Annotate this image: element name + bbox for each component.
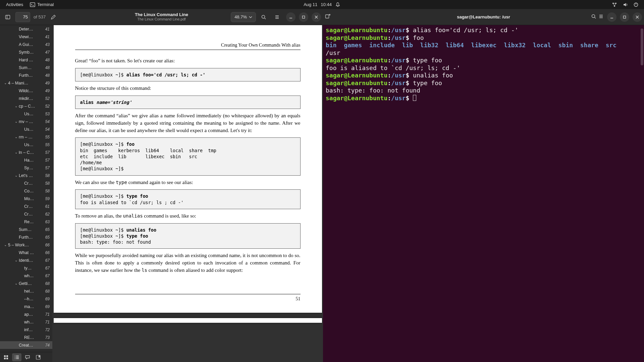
outline-item-page: 73 — [45, 335, 50, 340]
outline-item[interactable]: Us…55 — [0, 141, 52, 148]
pencil-icon — [51, 14, 56, 20]
pdf-page: Creating Your Own Commands With alias Gr… — [54, 25, 322, 313]
terminal-menu-button[interactable] — [598, 14, 604, 20]
outline-item[interactable]: Wildc…49 — [0, 87, 52, 95]
outline-item[interactable]: Us…54 — [0, 125, 52, 133]
pdf-menu-button[interactable] — [271, 11, 283, 23]
outline-item[interactable]: Deter…41 — [0, 25, 52, 33]
focused-app-indicator[interactable]: Terminal — [26, 2, 57, 7]
outline-item-title: inf… — [24, 327, 43, 332]
outline-item[interactable]: Mo…59 — [0, 195, 52, 202]
outline-item[interactable]: ma…69 — [0, 303, 52, 310]
outline-item[interactable]: wh…71 — [0, 318, 52, 326]
pdf-maximize-button[interactable] — [299, 12, 308, 22]
outline-item[interactable]: ⌄cp – C…52 — [0, 102, 52, 110]
outline-item[interactable]: mkdir…52 — [0, 95, 52, 102]
network-icon[interactable] — [612, 2, 617, 7]
outline-item-page: 54 — [45, 127, 50, 132]
terminal-scrollbar[interactable] — [641, 28, 643, 65]
outline-item[interactable]: hel…68 — [0, 287, 52, 295]
terminal-search-button[interactable] — [591, 14, 596, 20]
outline-item[interactable]: ap…71 — [0, 310, 52, 318]
view-outline-button[interactable] — [12, 353, 21, 361]
terminal-maximize-button[interactable] — [620, 12, 629, 22]
volume-icon[interactable] — [623, 2, 628, 7]
pdf-minimize-button[interactable] — [286, 12, 296, 22]
outline-item[interactable]: RE…73 — [0, 334, 52, 341]
outline-item-page: 47 — [45, 50, 50, 55]
outline-item[interactable]: ty…67 — [0, 264, 52, 272]
outline-item[interactable]: ⌄rm – …55 — [0, 133, 52, 141]
outline-item-title: Sy… — [24, 166, 43, 170]
outline-item[interactable]: ⌄mv – …54 — [0, 118, 52, 125]
pdf-close-button[interactable] — [312, 12, 321, 22]
outline-item[interactable]: Sy…57 — [0, 164, 52, 172]
outline-item[interactable]: Creat…74 — [0, 341, 52, 349]
outline-item-title: Sum… — [19, 65, 43, 70]
focused-app-name: Terminal — [37, 2, 54, 7]
outline-item[interactable]: --h…69 — [0, 295, 52, 303]
outline-item[interactable]: Sum…48 — [0, 64, 52, 71]
outline-item[interactable]: A Gui…43 — [0, 41, 52, 48]
outline-item-title: Furth… — [19, 73, 43, 78]
pdf-page-view[interactable]: Creating Your Own Commands With alias Gr… — [52, 25, 323, 362]
outline-item[interactable]: ⌄5 – Work…66 — [0, 241, 52, 249]
terminal-minimize-button[interactable] — [607, 12, 616, 22]
outline-item[interactable]: ⌄Getti…68 — [0, 280, 52, 287]
terminal-body[interactable]: sagar@Learnubuntu:/usr$ alias foo='cd /u… — [323, 25, 644, 362]
outline-item[interactable]: Furth…48 — [0, 71, 52, 79]
annotate-button[interactable] — [48, 11, 59, 23]
page-number-input[interactable] — [15, 12, 30, 22]
panel-time: 10:44 — [321, 2, 332, 7]
outline-item-title: hel… — [24, 289, 43, 294]
outline-item-title: Getti… — [19, 281, 43, 286]
outline-item[interactable]: Cr…58 — [0, 179, 52, 187]
outline-item[interactable]: Us…53 — [0, 110, 52, 118]
caret-icon: ⌄ — [13, 150, 19, 154]
power-icon[interactable] — [633, 2, 639, 7]
outline-item[interactable]: ⌄ln – C…57 — [0, 148, 52, 156]
svg-point-21 — [15, 357, 15, 358]
outline-item-title: mkdir… — [19, 96, 43, 101]
outline-item[interactable]: Hard …48 — [0, 56, 52, 64]
view-bookmarks-button[interactable] — [34, 353, 43, 361]
activities-button[interactable]: Activities — [3, 2, 26, 7]
new-tab-button[interactable] — [325, 14, 330, 20]
search-button[interactable] — [258, 11, 269, 23]
outline-item[interactable]: Co…58 — [0, 187, 52, 195]
zoom-selector[interactable]: 48.7% — [231, 12, 256, 22]
outline-item[interactable]: What …66 — [0, 249, 52, 256]
outline-item[interactable]: Re…63 — [0, 218, 52, 226]
outline-item[interactable]: Ha…57 — [0, 156, 52, 164]
outline-item-title: Co… — [24, 189, 43, 193]
page-footer-rule — [75, 294, 301, 294]
outline-item[interactable]: ⌄Let's …58 — [0, 172, 52, 179]
outline-item[interactable]: Symb…47 — [0, 48, 52, 56]
outline-item[interactable]: wh…67 — [0, 272, 52, 280]
total-pages-label: of 537 — [34, 14, 46, 19]
outline-item-page: 55 — [45, 142, 50, 147]
outline-item[interactable]: Furth…65 — [0, 233, 52, 241]
outline-item[interactable]: Viewi…41 — [0, 33, 52, 41]
outline-item-title: --h… — [24, 297, 43, 301]
page-text: Notice the structure of this command: — [75, 85, 301, 92]
terminal-close-button[interactable] — [633, 12, 642, 22]
sidebar-toggle-button[interactable] — [2, 11, 13, 23]
caret-icon: ⌄ — [13, 120, 19, 123]
outline-item[interactable]: ⌄Identi…67 — [0, 256, 52, 264]
outline-item[interactable]: inf…72 — [0, 326, 52, 334]
svg-rect-22 — [16, 357, 19, 358]
outline-item[interactable]: Cr…61 — [0, 202, 52, 210]
outline-item-page: 71 — [45, 312, 50, 317]
view-thumbnails-button[interactable] — [1, 353, 11, 361]
terminal-window: sagar@Learnubuntu: /usr sagar@Learnubunt… — [323, 9, 644, 362]
outline-list[interactable]: Deter…41Viewi…41A Gui…43Symb…47Hard …48S… — [0, 25, 52, 352]
caret-icon: ⌄ — [13, 282, 19, 285]
outline-item[interactable]: Cr…62 — [0, 210, 52, 218]
outline-item-title: Us… — [24, 127, 43, 132]
outline-item[interactable]: Sum…65 — [0, 226, 52, 233]
view-annotations-button[interactable] — [23, 353, 32, 361]
outline-item[interactable]: ⌄4 – Mani…49 — [0, 79, 52, 87]
outline-item-title: Furth… — [19, 235, 43, 240]
clock-area[interactable]: Aug 11 10:44 — [304, 2, 340, 7]
